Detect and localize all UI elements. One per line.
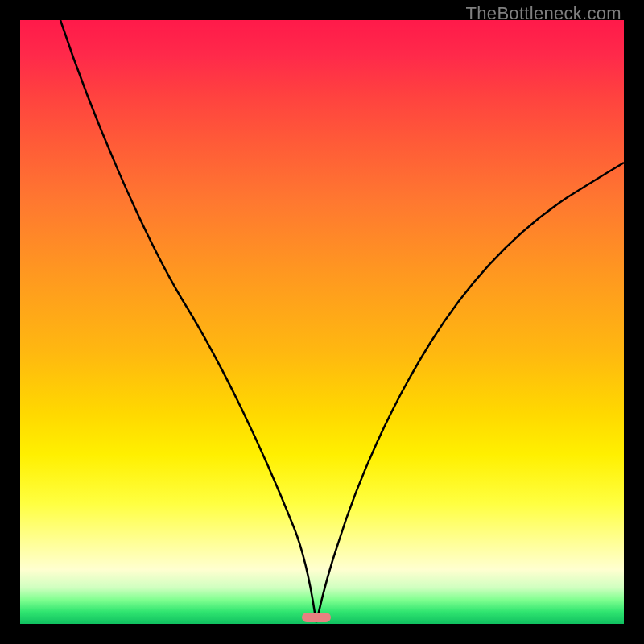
bottleneck-curve: [60, 20, 624, 622]
plot-area: [20, 20, 624, 624]
curve-svg: [20, 20, 624, 624]
chart-container: TheBottleneck.com: [0, 0, 644, 644]
optimum-marker: [302, 613, 331, 622]
